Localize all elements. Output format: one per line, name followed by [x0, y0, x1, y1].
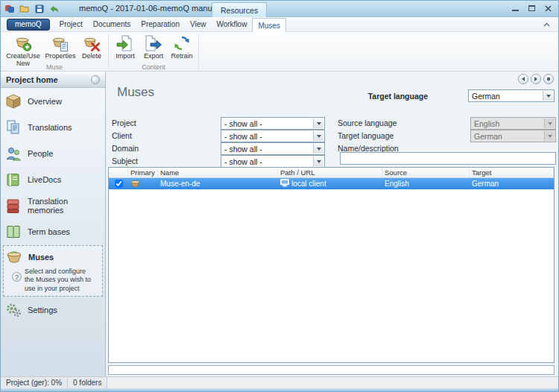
table-header: Primary Name Path / URL Source Target	[109, 168, 554, 178]
column-path-url[interactable]: Path / URL	[278, 168, 382, 177]
arrow-left-icon	[520, 76, 526, 82]
overview-icon	[4, 92, 24, 110]
quick-access-undo-icon[interactable]	[48, 3, 60, 14]
delete-button[interactable]: Delete	[78, 34, 106, 61]
export-icon	[145, 34, 162, 52]
source-language-label: Source language	[338, 118, 397, 127]
contextual-tab-resources[interactable]: Resources	[212, 2, 267, 17]
row-source: English	[382, 180, 470, 188]
properties-button[interactable]: Properties	[43, 34, 78, 61]
chevron-down-icon	[313, 157, 323, 166]
table-row[interactable]: Muse-en-de local client English German	[109, 178, 554, 189]
settings-icon	[4, 301, 24, 319]
app-window: memoQ - 2017-01-06-memoQ manuals Resourc…	[0, 0, 559, 392]
import-button[interactable]: Import	[111, 34, 139, 61]
export-button[interactable]: Export	[139, 34, 168, 61]
ribbon-group-label-content: Content	[109, 63, 198, 71]
muses-table: Primary Name Path / URL Source Target Mu…	[108, 167, 555, 363]
ribbon-group-label-muse: Muse	[1, 63, 108, 71]
primary-muse-icon	[130, 180, 140, 188]
window-bottom-edge	[1, 388, 558, 391]
subject-filter-select[interactable]: - show all -	[221, 155, 325, 168]
column-target[interactable]: Target	[470, 168, 554, 177]
tab-muses[interactable]: Muses	[252, 18, 285, 32]
folders-count: 0 folders	[68, 377, 107, 388]
sidebar-item-people[interactable]: People	[1, 140, 105, 166]
sidebar-item-settings[interactable]: Settings	[1, 297, 105, 323]
arrow-right-icon	[533, 76, 539, 82]
status-bar: Project (ger): 0% 0 folders	[1, 376, 558, 388]
tab-workflow[interactable]: Workflow	[211, 17, 252, 31]
sidebar-item-livedocs[interactable]: LiveDocs	[1, 166, 105, 192]
create-use-new-icon	[14, 34, 32, 52]
nav-pin-button[interactable]	[543, 74, 554, 84]
tab-documents[interactable]: Documents	[88, 17, 136, 31]
filters: Project - show all - Client - show all -…	[112, 116, 556, 168]
properties-icon	[51, 34, 69, 52]
sidebar-header-button[interactable]	[91, 75, 100, 84]
app-logo-icon	[4, 3, 15, 14]
translations-icon	[4, 118, 24, 136]
project-filter-select[interactable]: - show all -	[221, 117, 325, 130]
content-pane: Muses Target language German Project - s…	[107, 72, 558, 376]
column-source[interactable]: Source	[382, 168, 470, 177]
name-description-input[interactable]	[340, 152, 556, 165]
term-bases-icon	[4, 223, 24, 241]
target-language-select[interactable]: German	[468, 89, 555, 102]
help-icon[interactable]: ?	[12, 272, 22, 282]
bottom-panel	[108, 365, 555, 375]
chevron-up-icon	[543, 22, 550, 27]
chevron-down-icon	[313, 131, 323, 141]
row-name: Muse-en-de	[158, 180, 278, 188]
tab-view[interactable]: View	[185, 17, 212, 31]
ribbon: Create/Use New Properties Delete Muse	[1, 32, 558, 72]
livedocs-icon	[4, 171, 24, 189]
client-filter-label: Client	[112, 131, 132, 140]
collapse-ribbon-button[interactable]	[540, 19, 552, 30]
muses-label: Muses	[28, 253, 54, 262]
maximize-button[interactable]	[523, 2, 540, 14]
chevron-down-icon	[543, 91, 553, 101]
target-language-filter-select: German	[470, 130, 556, 142]
column-name[interactable]: Name	[158, 168, 278, 177]
chevron-down-icon	[313, 118, 323, 128]
quick-access-folder-icon[interactable]	[19, 3, 30, 14]
maximize-icon	[528, 5, 535, 11]
close-button[interactable]	[540, 2, 556, 14]
ribbon-separator	[198, 34, 199, 69]
muses-description: Select and configure the Muses you wish …	[25, 268, 96, 293]
ribbon-tab-strip: memoQ Project Documents Preparation View…	[1, 17, 558, 32]
client-filter-select[interactable]: - show all -	[221, 130, 325, 142]
target-language-label: Target language	[368, 92, 428, 101]
column-primary[interactable]: Primary	[128, 168, 158, 177]
source-language-select: English	[470, 117, 556, 130]
sidebar-item-muses[interactable]: Muses ? Select and configure the Muses y…	[3, 245, 103, 297]
local-client-icon	[280, 179, 289, 189]
project-filter-label: Project	[112, 118, 136, 127]
muses-icon	[5, 248, 25, 266]
sidebar-item-term-bases[interactable]: Term bases	[1, 218, 105, 244]
chevron-down-icon	[544, 131, 555, 141]
row-path: local client	[291, 180, 326, 188]
retrain-button[interactable]: Retrain	[168, 34, 196, 61]
row-checkbox[interactable]	[115, 180, 123, 188]
ribbon-group-muse: Create/Use New Properties Delete Muse	[1, 32, 108, 71]
nav-back-button[interactable]	[518, 74, 528, 84]
domain-filter-select[interactable]: - show all -	[221, 142, 325, 155]
tab-project[interactable]: Project	[54, 17, 88, 31]
column-checkbox[interactable]	[109, 168, 128, 177]
minimize-button[interactable]	[507, 2, 523, 14]
project-home-title: Project home	[6, 75, 58, 84]
dot-icon	[546, 76, 552, 82]
memoq-app-button[interactable]: memoQ	[7, 19, 50, 31]
chevron-down-icon	[544, 118, 555, 128]
quick-access-save-icon[interactable]	[34, 3, 45, 14]
translation-memories-icon	[4, 197, 24, 215]
tab-preparation[interactable]: Preparation	[136, 17, 185, 31]
sidebar-item-overview[interactable]: Overview	[1, 88, 105, 114]
sidebar-item-translations[interactable]: Translations	[1, 114, 105, 140]
page-title: Muses	[117, 85, 154, 100]
sidebar-item-translation-memories[interactable]: Translation memories	[1, 192, 105, 218]
title-bar: memoQ - 2017-01-06-memoQ manuals Resourc…	[1, 1, 558, 17]
nav-forward-button[interactable]	[531, 74, 541, 84]
